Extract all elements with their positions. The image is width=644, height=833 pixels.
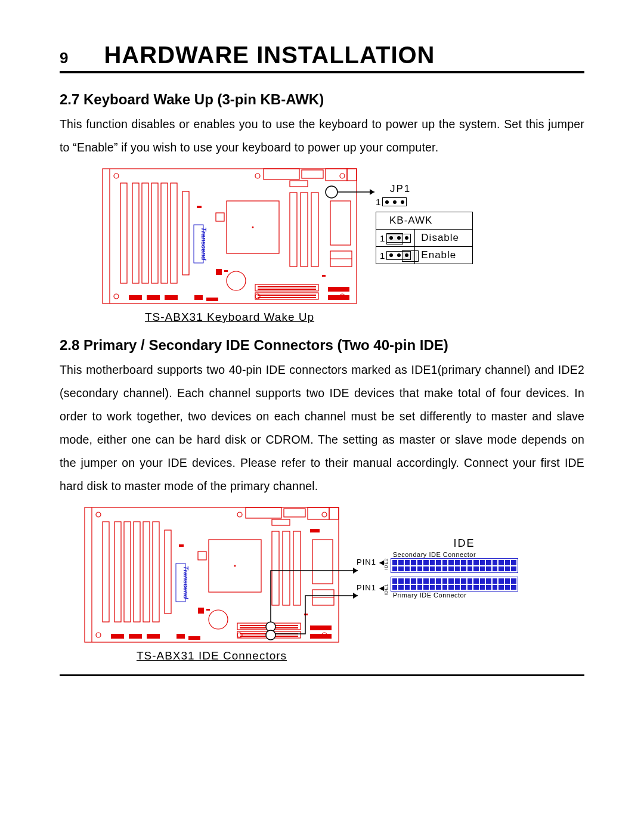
svg-rect-15 [151, 183, 158, 283]
pin-1-marker: 1 [380, 233, 385, 243]
primary-ide-connector-icon [391, 577, 518, 592]
motherboard-diagram-1: Transcend [101, 168, 358, 307]
svg-rect-66 [124, 522, 131, 622]
section-2-7-heading: 2.7 Keyboard Wake Up (3-pin KB-AWK) [60, 91, 584, 108]
svg-rect-85 [198, 608, 204, 614]
primary-ide-label: Primary IDE Connector [393, 592, 518, 599]
svg-point-54 [96, 512, 101, 517]
svg-rect-43 [147, 295, 160, 300]
svg-point-55 [96, 633, 101, 637]
svg-rect-8 [264, 169, 299, 179]
svg-rect-11 [347, 169, 357, 181]
svg-rect-47 [206, 298, 218, 301]
svg-marker-51 [370, 189, 374, 195]
svg-rect-99 [177, 634, 185, 639]
section-2-8-heading: 2.8 Primary / Secondary IDE Connectors (… [60, 337, 584, 354]
bottom-rule [60, 674, 584, 676]
svg-rect-39 [258, 297, 316, 298]
svg-rect-96 [129, 634, 142, 639]
svg-rect-25 [301, 193, 308, 267]
svg-point-56 [237, 512, 242, 517]
svg-rect-24 [290, 193, 297, 267]
motherboard-diagram-2: Transcend [83, 506, 340, 646]
svg-rect-9 [302, 170, 323, 178]
svg-rect-41 [328, 295, 349, 300]
enable-label: Enable [415, 247, 472, 264]
svg-rect-40 [328, 287, 349, 292]
svg-point-21 [252, 227, 254, 228]
svg-point-5 [340, 174, 345, 178]
svg-rect-35 [255, 293, 318, 299]
section-2-7-body: This function disables or enables you to… [60, 113, 584, 159]
figure-ide: Transcend [60, 506, 584, 662]
svg-rect-37 [258, 289, 316, 290]
svg-rect-64 [103, 522, 109, 622]
svg-rect-33 [224, 270, 228, 272]
svg-rect-18 [182, 191, 189, 275]
svg-rect-69 [153, 522, 159, 622]
svg-rect-45 [197, 206, 202, 208]
svg-rect-86 [206, 609, 210, 611]
chapter-title: HARDWARE INSTALLATION [104, 42, 435, 69]
svg-point-84 [209, 610, 228, 629]
svg-rect-13 [132, 183, 139, 283]
jumper-enable-icon [386, 251, 411, 260]
svg-point-3 [114, 294, 119, 299]
svg-text:Transcend: Transcend [182, 566, 190, 599]
ide-connector-legend: IDE PIN1 ◄ IDE2 Secondary IDE Connector … [357, 537, 518, 600]
svg-rect-34 [255, 284, 318, 291]
pin1-label: PIN1 [357, 558, 376, 566]
svg-rect-12 [120, 183, 127, 283]
secondary-ide-connector-icon [391, 558, 518, 573]
svg-rect-22 [216, 213, 224, 221]
figure-2-caption: TS-ABX31 IDE Connectors [83, 649, 340, 662]
ide2-side-label: IDE2 [383, 558, 389, 570]
figure-1-caption: TS-ABX31 Keyboard Wake Up [101, 311, 358, 324]
disable-label: Disable [415, 230, 472, 246]
svg-rect-32 [216, 269, 222, 275]
svg-rect-70 [165, 530, 171, 614]
svg-point-49 [326, 186, 338, 198]
svg-rect-75 [198, 552, 206, 560]
svg-rect-16 [161, 183, 168, 283]
svg-rect-67 [134, 522, 140, 622]
figure-kbawk: Transcend [60, 168, 584, 324]
svg-rect-68 [143, 522, 150, 622]
svg-point-31 [227, 271, 246, 290]
svg-rect-97 [147, 634, 160, 639]
jp1-settings-table: KB-AWK 1 Disable 1 [376, 212, 473, 264]
svg-rect-36 [258, 286, 316, 287]
ide-title: IDE [410, 537, 518, 550]
svg-rect-10 [326, 169, 347, 181]
svg-point-74 [234, 565, 236, 567]
svg-rect-46 [194, 295, 203, 300]
secondary-ide-label: Secondary IDE Connector [393, 551, 518, 558]
svg-rect-17 [171, 183, 177, 283]
svg-rect-100 [188, 636, 200, 640]
jumper-disable-icon [386, 234, 411, 243]
page-number: 9 [60, 49, 68, 67]
svg-rect-95 [111, 634, 124, 639]
svg-rect-98 [179, 544, 184, 547]
pin1-label: PIN1 [357, 583, 376, 592]
svg-rect-38 [258, 295, 316, 296]
brand-label: Transcend [200, 227, 208, 261]
header-row: 9 HARDWARE INSTALLATION [60, 42, 584, 73]
svg-point-2 [114, 174, 119, 178]
svg-point-105 [266, 630, 275, 640]
svg-rect-44 [165, 295, 178, 300]
svg-rect-26 [311, 193, 318, 267]
svg-rect-23 [290, 181, 308, 187]
svg-rect-14 [142, 183, 148, 283]
svg-rect-42 [129, 295, 142, 300]
ide1-side-label: IDE1 [383, 584, 389, 596]
pin-1-marker: 1 [380, 250, 385, 261]
svg-rect-65 [114, 522, 121, 622]
kbawk-header: KB-AWK [383, 212, 441, 229]
section-2-8-body: This motherboard supports two 40-pin IDE… [60, 358, 584, 498]
svg-rect-48 [322, 275, 326, 277]
svg-point-4 [255, 174, 260, 178]
